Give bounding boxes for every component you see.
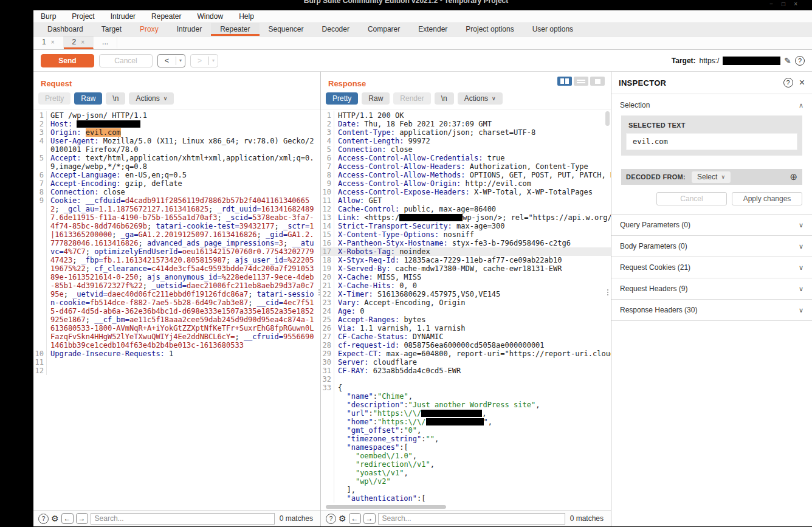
view-tab-n[interactable]: \n — [106, 92, 125, 105]
view-tab-raw[interactable]: Raw — [74, 92, 102, 105]
code-line: 31CF-RAY: 623a8b5dda4c0cd5-EWR — [321, 367, 611, 375]
view-tab-render[interactable]: Render — [393, 92, 430, 105]
tab-close-icon[interactable]: × — [51, 36, 55, 48]
history-forward-button[interactable]: > ▾ — [190, 54, 218, 67]
inspector-section-query-parameters-0[interactable]: Query Parameters (0)∨ — [611, 215, 812, 236]
layout-columns-button[interactable] — [557, 77, 572, 86]
search-settings-icon[interactable]: ⚙ — [51, 514, 59, 524]
view-tab-pretty[interactable]: Pretty — [38, 92, 71, 105]
line-number — [321, 469, 334, 477]
inspector-section-request-headers-9[interactable]: Request Headers (9)∨ — [611, 278, 812, 300]
forward-dropdown-icon[interactable]: ▾ — [209, 58, 218, 63]
back-arrow-icon: < — [158, 57, 176, 65]
response-vertical-scrollbar[interactable] — [605, 111, 610, 126]
send-button[interactable]: Send — [41, 54, 94, 67]
request-search-input[interactable] — [91, 513, 275, 525]
tab-extender[interactable]: Extender — [409, 23, 456, 36]
panel-splitter-handle[interactable] — [607, 289, 608, 295]
inspector-section-body-parameters-0[interactable]: Body Parameters (0)∨ — [611, 236, 812, 257]
code-line: 1GET /wp-json/ HTTP/1.1 — [33, 111, 320, 120]
main-tab-bar: DashboardTargetProxyIntruderRepeaterSequ… — [33, 23, 812, 36]
inspector-help-icon[interactable]: ? — [783, 78, 793, 88]
request-search-bar: ? ⚙ ← → 0 matches — [33, 510, 320, 526]
history-back-button[interactable]: < ▾ — [157, 54, 185, 67]
line-number: 21 — [321, 281, 334, 290]
help-icon[interactable]: ? — [795, 56, 805, 66]
view-tab-pretty[interactable]: Pretty — [326, 92, 358, 105]
search-prev-icon[interactable]: ← — [61, 513, 74, 524]
chevron-down-icon: ∨ — [163, 92, 168, 105]
response-search-input[interactable] — [378, 513, 565, 525]
view-tab-raw[interactable]: Raw — [362, 92, 390, 105]
tab-target[interactable]: Target — [92, 23, 131, 36]
line-number: 7 — [33, 179, 47, 188]
view-tab-n[interactable]: \n — [435, 92, 454, 105]
menu-item-help[interactable]: Help — [239, 12, 254, 21]
response-horizontal-scrollbar[interactable] — [326, 505, 446, 509]
request-editor[interactable]: 1GET /wp-json/ HTTP/1.12Host: 3Origin: e… — [33, 109, 320, 510]
menu-item-project[interactable]: Project — [72, 12, 94, 21]
tab-intruder[interactable]: Intruder — [168, 23, 211, 36]
menu-item-burp[interactable]: Burp — [41, 12, 56, 21]
line-number: 16 — [321, 239, 334, 247]
tab-user-options[interactable]: User options — [523, 23, 582, 36]
menu-item-window[interactable]: Window — [197, 12, 223, 21]
tab-close-icon[interactable]: × — [81, 36, 84, 48]
repeater-tab-bar: 1×2×... — [33, 36, 812, 50]
repeater-tab-1[interactable]: 1× — [33, 36, 64, 49]
layout-single-button[interactable] — [590, 77, 605, 86]
inspector-section-response-headers-30[interactable]: Response Headers (30)∨ — [611, 300, 812, 321]
cancel-button[interactable]: Cancel — [99, 54, 153, 67]
search-prev-icon[interactable]: ← — [349, 513, 361, 524]
inspector-section-request-cookies-21[interactable]: Request Cookies (21)∨ — [611, 257, 812, 278]
chevron-down-icon: ∨ — [799, 264, 803, 272]
add-decoding-icon[interactable]: ⊕ — [790, 171, 797, 182]
redaction — [426, 418, 484, 425]
repeater-tab-2[interactable]: 2× — [64, 36, 94, 49]
layout-rows-button[interactable] — [574, 77, 588, 86]
window-controls[interactable]: −□× — [769, 1, 806, 7]
back-dropdown-icon[interactable]: ▾ — [176, 58, 185, 63]
code-line: "url":"https:\/\/, — [321, 409, 611, 418]
code-line: 8Access-Control-Allow-Methods: OPTIONS, … — [321, 171, 611, 179]
burp-window: BurpProjectIntruderRepeaterWindowHelp Da… — [33, 10, 812, 526]
search-settings-icon[interactable]: ⚙ — [339, 514, 346, 524]
code-line: 28cf-request-id: 0858756ea600000cd5058ae… — [321, 341, 611, 350]
search-help-icon[interactable]: ? — [38, 514, 49, 524]
line-number — [321, 452, 334, 460]
apply-changes-button[interactable]: Apply changes — [732, 192, 802, 205]
target-host-redaction — [723, 57, 780, 65]
tab-sequencer[interactable]: Sequencer — [260, 23, 313, 36]
view-tab-actions[interactable]: Actions∨ — [458, 92, 503, 105]
line-number: 14 — [321, 222, 334, 230]
code-line: 26Via: 1.1 varnish, 1.1 varnish — [321, 324, 611, 332]
inspector-cancel-button[interactable]: Cancel — [656, 192, 727, 205]
redaction — [77, 120, 140, 128]
selected-text-value[interactable]: evil.com — [626, 133, 797, 150]
search-next-icon[interactable]: → — [363, 513, 376, 524]
line-number: 8 — [33, 188, 47, 196]
menu-item-intruder[interactable]: Intruder — [111, 12, 136, 21]
tab-comparer[interactable]: Comparer — [359, 23, 409, 36]
search-next-icon[interactable]: → — [76, 513, 88, 524]
line-number: 15 — [321, 230, 334, 239]
tab-repeater[interactable]: Repeater — [211, 23, 259, 36]
decoded-from-select[interactable]: Select ∨ — [692, 171, 731, 183]
selection-section-header[interactable]: Selection ∧ — [611, 94, 812, 114]
menu-item-repeater[interactable]: Repeater — [151, 12, 181, 21]
target-scheme: https:/ — [700, 57, 720, 65]
repeater-toolbar: Send Cancel < ▾ > ▾ Target: https:/ ✎ ? — [33, 50, 812, 72]
tab-decoder[interactable]: Decoder — [313, 23, 359, 36]
repeater-tab-item[interactable]: ... — [94, 36, 117, 49]
tab-proxy[interactable]: Proxy — [131, 23, 168, 36]
panel-splitter-handle[interactable] — [318, 289, 320, 295]
response-editor[interactable]: 1HTTP/1.1 200 OK2Date: Thu, 18 Feb 2021 … — [321, 109, 611, 510]
edit-target-icon[interactable]: ✎ — [784, 56, 791, 66]
request-view-tabs: PrettyRaw\nActions∨ — [33, 89, 320, 109]
tab-project-options[interactable]: Project options — [456, 23, 523, 36]
search-help-icon[interactable]: ? — [326, 514, 336, 524]
code-line: 8Connection: close — [33, 188, 320, 196]
tab-dashboard[interactable]: Dashboard — [38, 23, 92, 36]
view-tab-actions[interactable]: Actions∨ — [129, 92, 174, 105]
inspector-close-icon[interactable]: × — [799, 78, 805, 87]
